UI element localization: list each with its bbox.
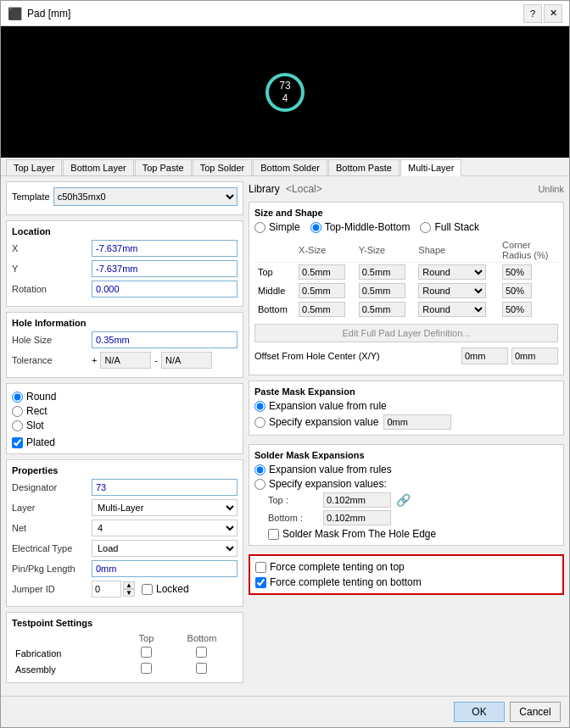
solder-top-input[interactable] (323, 492, 391, 508)
rotation-input[interactable] (92, 281, 238, 297)
tolerance-minus-input[interactable] (161, 352, 212, 369)
title-bar: ⬛ Pad [mm] ? ✕ (1, 1, 569, 26)
template-select[interactable]: c50h35mx0 (53, 187, 238, 206)
pin-pkg-input[interactable] (92, 560, 238, 577)
solder-from-rules-radio[interactable] (254, 464, 265, 475)
shape-section: Round Rect Slot Plated (6, 383, 243, 454)
top-x-input[interactable] (299, 264, 345, 280)
full-stack-radio-label[interactable]: Full Stack (420, 221, 479, 233)
rect-radio[interactable] (12, 406, 23, 417)
solder-specify-label[interactable]: Specify expansion values: (254, 478, 558, 490)
tenting-bottom-row[interactable]: Force complete tenting on bottom (255, 576, 557, 588)
tab-bottom-paste[interactable]: Bottom Paste (328, 159, 400, 175)
tp-col-label (12, 631, 126, 645)
close-button[interactable]: ✕ (544, 4, 562, 23)
electrical-select[interactable]: Load (92, 540, 238, 557)
bottom-corner-input[interactable] (502, 302, 532, 317)
rect-radio-label[interactable]: Rect (12, 405, 238, 417)
round-radio-label[interactable]: Round (12, 391, 238, 403)
round-radio[interactable] (12, 392, 23, 403)
tab-multi-layer[interactable]: Multi-Layer (400, 159, 461, 176)
cancel-button[interactable]: Cancel (510, 702, 561, 722)
bottom-shape-select[interactable]: Round (418, 302, 486, 317)
title-icon: ⬛ (8, 7, 22, 20)
top-middle-bottom-radio-label[interactable]: Top-Middle-Bottom (310, 221, 411, 233)
paste-from-rule-label[interactable]: Expansion value from rule (254, 400, 558, 412)
net-select[interactable]: 4 (92, 520, 238, 536)
full-stack-radio[interactable] (420, 222, 431, 233)
bottom-y-input[interactable] (359, 302, 405, 317)
tab-top-layer[interactable]: Top Layer (6, 159, 62, 175)
locked-checkbox[interactable] (142, 584, 153, 595)
offset-y-input[interactable] (511, 347, 558, 364)
tenting-top-row[interactable]: Force complete tenting on top (255, 561, 557, 573)
properties-title: Properties (12, 465, 238, 475)
tab-top-solder[interactable]: Top Solder (193, 159, 253, 175)
top-y-input[interactable] (359, 264, 405, 280)
slot-radio[interactable] (12, 420, 23, 431)
col-row-label (254, 238, 295, 263)
tenting-top-checkbox[interactable] (255, 562, 266, 573)
jumper-input[interactable] (92, 581, 121, 597)
layer-label: Layer (12, 503, 88, 513)
solder-bottom-row: Bottom : (268, 510, 558, 525)
bottom-x-input[interactable] (299, 302, 345, 317)
top-middle-bottom-radio[interactable] (310, 222, 321, 233)
net-label: Net (12, 523, 88, 533)
slot-radio-label[interactable]: Slot (12, 420, 238, 431)
size-row-middle: Middle Round (254, 281, 558, 300)
electrical-row: Electrical Type Load (12, 540, 238, 557)
paste-from-rule-radio[interactable] (254, 401, 265, 412)
designator-input[interactable] (92, 479, 238, 496)
layer-select[interactable]: Multi-Layer (92, 499, 238, 516)
spinner-up-button[interactable]: ▲ (123, 581, 135, 589)
top-corner-input[interactable] (502, 264, 532, 280)
paste-specify-input[interactable] (383, 414, 451, 430)
plated-row[interactable]: Plated (12, 436, 238, 448)
solder-mask-title: Solder Mask Expansions (254, 450, 558, 460)
middle-x-input[interactable] (299, 283, 345, 298)
offset-row: Offset From Hole Center (X/Y) (254, 347, 558, 364)
hole-edge-row[interactable]: Solder Mask From The Hole Edge (268, 528, 558, 540)
hole-size-input[interactable] (92, 331, 238, 348)
assembly-bottom-checkbox[interactable] (196, 663, 207, 674)
solder-specify-radio[interactable] (254, 479, 265, 490)
tab-top-paste[interactable]: Top Paste (135, 159, 192, 175)
solder-bottom-input[interactable] (323, 510, 391, 525)
hole-edge-checkbox[interactable] (268, 529, 279, 540)
solder-from-rules-text: Expansion value from rules (269, 464, 392, 475)
plated-checkbox[interactable] (12, 437, 23, 448)
solder-top-row: Top : 🔗 (268, 492, 558, 508)
simple-radio[interactable] (254, 222, 265, 233)
x-input[interactable] (92, 240, 238, 257)
paste-specify-label[interactable]: Specify expansion value (254, 416, 378, 428)
y-label: Y (12, 264, 88, 274)
edit-full-pad-button[interactable]: Edit Full Pad Layer Definition... (254, 324, 558, 342)
paste-specify-radio[interactable] (254, 417, 265, 428)
offset-x-input[interactable] (461, 347, 508, 364)
help-button[interactable]: ? (523, 4, 542, 23)
plated-label: Plated (26, 436, 55, 448)
fabrication-bottom-checkbox[interactable] (196, 647, 207, 658)
tab-bottom-layer[interactable]: Bottom Layer (63, 159, 133, 175)
size-shape-radio-group: Simple Top-Middle-Bottom Full Stack (254, 221, 558, 233)
middle-y-input[interactable] (359, 283, 405, 298)
middle-shape-select[interactable]: Round (418, 283, 486, 298)
tenting-bottom-checkbox[interactable] (255, 577, 266, 588)
tabs-bar: Top Layer Bottom Layer Top Paste Top Sol… (1, 158, 569, 176)
y-row: Y (12, 260, 238, 277)
y-input[interactable] (92, 260, 238, 277)
fabrication-top-checkbox[interactable] (141, 647, 152, 658)
simple-radio-label[interactable]: Simple (254, 221, 300, 233)
assembly-top-checkbox[interactable] (141, 663, 152, 674)
middle-corner-input[interactable] (502, 283, 532, 298)
top-shape-select[interactable]: Round (418, 264, 486, 280)
pin-pkg-label: Pin/Pkg Length (12, 564, 88, 574)
spinner-down-button[interactable]: ▼ (123, 589, 135, 597)
solder-from-rules-label[interactable]: Expansion value from rules (254, 464, 558, 475)
locked-label-row[interactable]: Locked (142, 583, 189, 595)
ok-button[interactable]: OK (454, 702, 505, 722)
tolerance-plus-input[interactable] (100, 352, 151, 369)
tab-bottom-solder[interactable]: Bottom Solder (253, 159, 327, 175)
unlink-button[interactable]: Unlink (538, 184, 564, 194)
